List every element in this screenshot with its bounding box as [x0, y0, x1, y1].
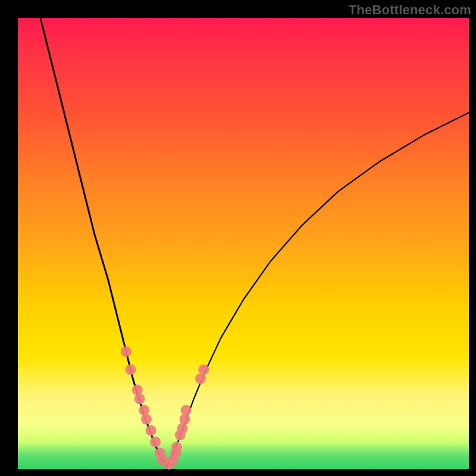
right-branch-curve [167, 112, 469, 466]
scatter-points [121, 346, 209, 470]
data-point [177, 423, 188, 434]
watermark-text: TheBottleneck.com [349, 2, 471, 18]
data-point [134, 394, 145, 405]
left-branch-curve [40, 18, 167, 466]
data-point [171, 442, 182, 453]
data-point [150, 437, 161, 447]
data-point [179, 414, 190, 425]
plot-area [18, 18, 469, 469]
data-point [146, 425, 156, 436]
chart-frame: TheBottleneck.com [0, 0, 476, 476]
data-point [139, 405, 149, 415]
data-point [121, 346, 131, 357]
data-point [132, 384, 143, 395]
data-point [181, 405, 192, 415]
chart-svg [18, 18, 469, 469]
data-point [126, 364, 136, 375]
data-point [198, 364, 209, 375]
data-point [141, 414, 152, 425]
